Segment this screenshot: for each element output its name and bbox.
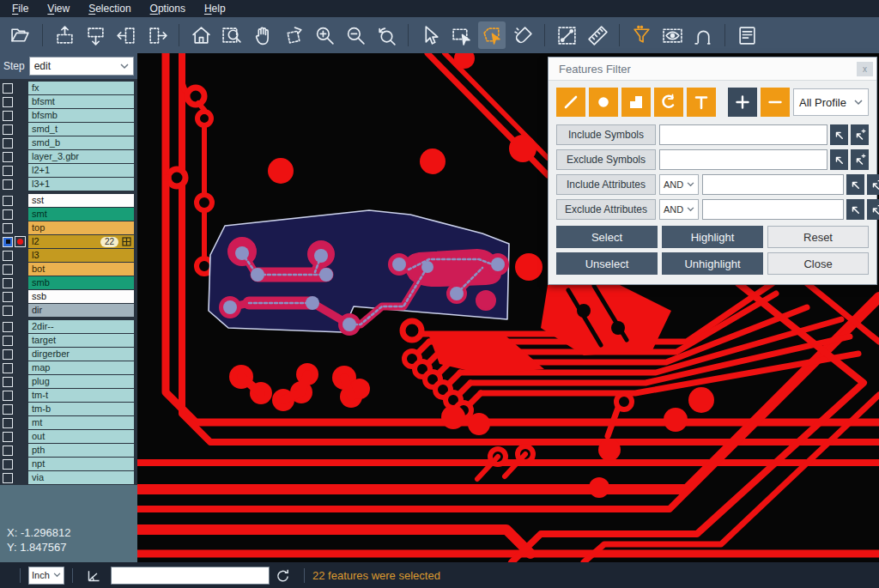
lines-filter-button[interactable] bbox=[556, 88, 585, 117]
menu-item-options[interactable]: Options bbox=[142, 0, 194, 17]
layer-name[interactable]: bot bbox=[28, 263, 134, 276]
layer-row-bfsmb[interactable]: bfsmb bbox=[0, 109, 137, 122]
layer-row-sst[interactable]: sst bbox=[0, 194, 137, 207]
exclude-attributes-input[interactable] bbox=[702, 199, 844, 220]
menu-item-help[interactable]: Help bbox=[196, 0, 234, 17]
include-symbols-button[interactable]: Include Symbols bbox=[556, 124, 656, 145]
zoom-window-button[interactable] bbox=[218, 21, 246, 49]
layer-checkbox-bfsmb[interactable] bbox=[3, 111, 13, 121]
layer-name[interactable]: map bbox=[28, 361, 134, 374]
reset-button[interactable]: Reset bbox=[767, 226, 869, 248]
unhighlight-button[interactable]: Unhighlight bbox=[662, 252, 763, 275]
zoom-previous-button[interactable] bbox=[373, 21, 400, 49]
layer-name[interactable]: layer_3.gbr bbox=[28, 150, 134, 163]
include-attributes-operator-dropdown[interactable]: AND bbox=[659, 174, 699, 195]
zoom-out-button[interactable] bbox=[342, 21, 369, 49]
pan-right-button[interactable] bbox=[143, 21, 171, 49]
select-polygon-button[interactable] bbox=[478, 21, 506, 49]
profile-dropdown[interactable]: All Profile bbox=[793, 88, 869, 116]
layer-name[interactable]: smd_b bbox=[28, 136, 134, 149]
dialog-titlebar[interactable]: Features Filter x bbox=[549, 58, 876, 81]
layer-checkbox-dirgerber[interactable] bbox=[3, 349, 13, 360]
pan-up-button[interactable] bbox=[51, 21, 78, 49]
exclude-attributes-pick-button[interactable] bbox=[846, 199, 864, 220]
layer-row-dir[interactable]: dir bbox=[0, 304, 137, 317]
layer-row-l2[interactable]: l222 bbox=[0, 235, 137, 248]
layer-row-bot[interactable]: bot bbox=[0, 263, 137, 276]
include-symbols-pick-button[interactable] bbox=[830, 124, 848, 145]
layer-row-tm-t[interactable]: tm-t bbox=[0, 389, 137, 402]
layer-checkbox-top[interactable] bbox=[3, 223, 13, 233]
layer-name[interactable]: plug bbox=[28, 375, 134, 388]
layer-row-target[interactable]: target bbox=[0, 334, 137, 347]
exclude-attributes-pick-add-button[interactable] bbox=[867, 199, 879, 220]
layers-table-button[interactable] bbox=[733, 21, 761, 49]
measure-distance-button[interactable] bbox=[553, 21, 580, 49]
dialog-close-button[interactable]: x bbox=[857, 62, 873, 76]
layer-name[interactable]: smt bbox=[28, 208, 134, 221]
layer-name[interactable]: target bbox=[28, 334, 134, 347]
layer-checkbox-2dir--[interactable] bbox=[3, 322, 13, 332]
layer-name[interactable]: l3 bbox=[28, 249, 134, 262]
pads-filter-button[interactable] bbox=[589, 88, 618, 117]
layer-name[interactable]: tm-b bbox=[28, 403, 134, 415]
include-attributes-input[interactable] bbox=[702, 174, 844, 195]
surfaces-filter-button[interactable] bbox=[621, 88, 651, 117]
layer-name[interactable]: mt bbox=[28, 416, 134, 429]
layer-name[interactable]: out bbox=[28, 430, 134, 443]
layer-name[interactable]: l222 bbox=[28, 235, 134, 248]
layer-row-fx[interactable]: fx bbox=[0, 82, 137, 94]
layer-name[interactable]: smd_t bbox=[28, 123, 134, 136]
layer-checkbox-smd_b[interactable] bbox=[3, 138, 13, 149]
layer-row-plug[interactable]: plug bbox=[0, 375, 137, 388]
layer-checkbox-tm-b[interactable] bbox=[3, 404, 13, 415]
layer-name[interactable]: dirgerber bbox=[28, 348, 134, 361]
layer-checkbox-l2+1[interactable] bbox=[3, 166, 13, 176]
layer-name[interactable]: top bbox=[28, 221, 134, 234]
include-attributes-pick-add-button[interactable] bbox=[867, 174, 879, 195]
include-attributes-pick-button[interactable] bbox=[846, 174, 864, 195]
layer-checkbox-via[interactable] bbox=[3, 473, 13, 483]
close-button[interactable]: Close bbox=[767, 252, 869, 275]
layer-checkbox-ssb[interactable] bbox=[3, 292, 13, 302]
layer-checkbox-l3[interactable] bbox=[3, 251, 13, 261]
zoom-in-button[interactable] bbox=[311, 21, 338, 49]
layer-name[interactable]: l3+1 bbox=[28, 178, 134, 191]
layer-row-smt[interactable]: smt bbox=[0, 208, 137, 221]
layer-checkbox-smd_t[interactable] bbox=[3, 124, 13, 135]
layer-checkbox-fx[interactable] bbox=[3, 83, 13, 94]
layer-checkbox-sst[interactable] bbox=[3, 196, 13, 206]
layer-checkbox-smt[interactable] bbox=[3, 209, 13, 220]
layer-name[interactable]: smb bbox=[28, 276, 134, 289]
layer-row-mt[interactable]: mt bbox=[0, 416, 137, 429]
zoom-selection-button[interactable] bbox=[280, 21, 307, 49]
text-filter-button[interactable] bbox=[687, 88, 716, 117]
clear-highlights-button[interactable] bbox=[509, 21, 536, 49]
layer-row-l3+1[interactable]: l3+1 bbox=[0, 178, 137, 191]
layer-checkbox-layer_3.gbr[interactable] bbox=[3, 152, 13, 162]
add-filter-button[interactable] bbox=[728, 88, 757, 117]
layer-row-via[interactable]: via bbox=[0, 471, 137, 484]
zoom-home-button[interactable] bbox=[187, 21, 215, 49]
exclude-attributes-button[interactable]: Exclude Attributes bbox=[556, 199, 656, 220]
layer-checkbox-npt[interactable] bbox=[3, 459, 13, 470]
command-input[interactable] bbox=[111, 567, 270, 585]
highlight-button[interactable]: Highlight bbox=[662, 226, 763, 248]
pan-hand-button[interactable] bbox=[249, 21, 276, 49]
layer-name[interactable]: bfsmt bbox=[28, 95, 134, 108]
layer-name[interactable]: sst bbox=[28, 194, 134, 207]
include-symbols-input[interactable] bbox=[659, 124, 827, 145]
select-rectangle-button[interactable] bbox=[447, 21, 475, 49]
layer-row-smd_t[interactable]: smd_t bbox=[0, 123, 137, 136]
layer-row-out[interactable]: out bbox=[0, 430, 137, 443]
layer-checkbox-l3+1[interactable] bbox=[3, 179, 13, 190]
layer-row-layer_3.gbr[interactable]: layer_3.gbr bbox=[0, 150, 137, 163]
menu-item-selection[interactable]: Selection bbox=[80, 0, 139, 17]
layer-checkbox-dir[interactable] bbox=[3, 306, 13, 316]
layer-row-smb[interactable]: smb bbox=[0, 276, 137, 289]
display-options-button[interactable] bbox=[658, 21, 686, 49]
remove-filter-button[interactable] bbox=[761, 88, 790, 117]
layer-row-top[interactable]: top bbox=[0, 221, 137, 234]
layer-row-pth[interactable]: pth bbox=[0, 444, 137, 457]
layer-row-smd_b[interactable]: smd_b bbox=[0, 136, 137, 149]
